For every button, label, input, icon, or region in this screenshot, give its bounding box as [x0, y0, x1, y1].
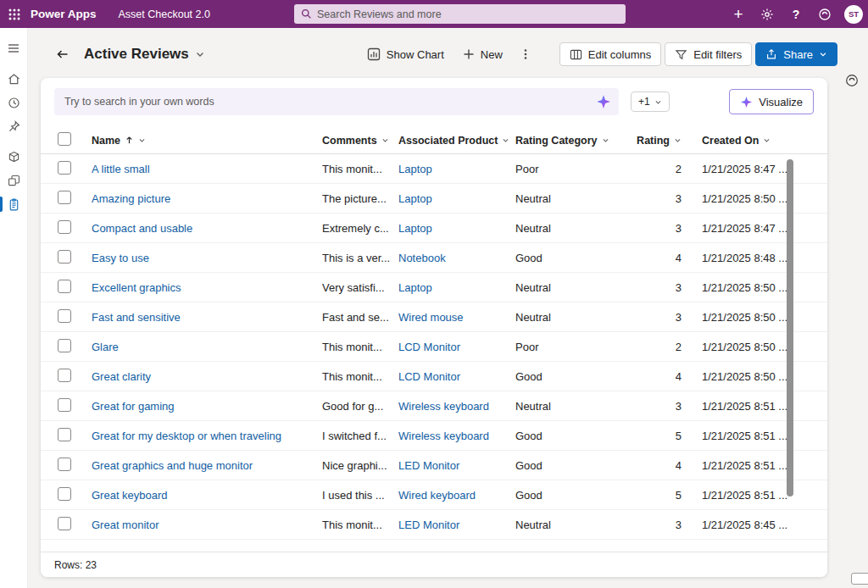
row-checkbox[interactable] — [58, 517, 71, 530]
nav-products-icon[interactable] — [0, 169, 28, 192]
row-checkbox[interactable] — [58, 487, 71, 501]
smart-search[interactable] — [54, 88, 619, 115]
product-link[interactable]: Laptop — [398, 163, 432, 175]
nav-hamburger-icon[interactable] — [0, 36, 28, 60]
view-card: +1 Visualize Name — [41, 78, 827, 577]
record-name-link[interactable]: Great monitor — [92, 519, 159, 531]
product-link[interactable]: Wireless keyboard — [398, 430, 489, 442]
smart-search-input[interactable] — [64, 96, 588, 108]
product-link[interactable]: Laptop — [398, 281, 432, 294]
brand-title[interactable]: Power Apps — [31, 8, 97, 20]
table-row[interactable]: Amazing picture The picture... Laptop Ne… — [41, 184, 827, 214]
table-row[interactable]: Great clarity This monit... LCD Monitor … — [41, 362, 827, 391]
row-checkbox[interactable] — [58, 191, 71, 204]
table-row[interactable]: Fast and sensitive Fast and se... Wired … — [41, 302, 827, 332]
share-icon — [765, 48, 777, 60]
quick-create-icon[interactable]: + — [726, 0, 751, 28]
product-link[interactable]: LED Monitor — [398, 459, 459, 472]
row-checkbox[interactable] — [58, 309, 71, 323]
copilot-pane-toggle-icon[interactable] — [842, 70, 862, 91]
row-checkbox[interactable] — [58, 369, 71, 382]
product-link[interactable]: Wired keyboard — [398, 489, 476, 502]
row-checkbox[interactable] — [58, 280, 71, 293]
back-button[interactable] — [50, 42, 75, 67]
column-header-name[interactable]: Name — [92, 135, 322, 147]
share-button[interactable]: Share — [755, 42, 837, 66]
applied-filters-chip[interactable]: +1 — [631, 92, 670, 112]
product-link[interactable]: LCD Monitor — [398, 341, 460, 353]
table-row[interactable]: Easy to use This is a ver... Notebook Go… — [41, 243, 827, 273]
table-row[interactable]: Great for my desktop or when traveling I… — [41, 421, 827, 451]
column-header-category[interactable]: Rating Category — [515, 135, 634, 147]
global-search[interactable] — [294, 4, 626, 24]
column-header-comments[interactable]: Comments — [322, 135, 398, 147]
bottom-right-widget[interactable] — [851, 573, 868, 585]
row-checkbox[interactable] — [58, 161, 71, 175]
show-chart-button[interactable]: Show Chart — [359, 42, 452, 67]
row-checkbox[interactable] — [58, 398, 71, 412]
select-all-checkbox[interactable] — [58, 132, 71, 146]
nav-reviews-icon[interactable] — [0, 192, 28, 216]
copilot-icon[interactable] — [812, 0, 837, 28]
product-link[interactable]: Wired mouse — [398, 311, 464, 324]
category-cell: Neutral — [515, 281, 634, 294]
row-checkbox[interactable] — [58, 339, 71, 352]
product-link[interactable]: LED Monitor — [398, 519, 459, 531]
visualize-button[interactable]: Visualize — [729, 89, 814, 114]
nav-recent-icon[interactable] — [0, 91, 28, 114]
record-name-link[interactable]: Compact and usable — [92, 222, 192, 235]
record-name-link[interactable]: Great for gaming — [92, 400, 175, 413]
edit-filters-button[interactable]: Edit filters — [665, 42, 752, 66]
table-row[interactable]: Great for gaming Good for g... Wireless … — [41, 391, 827, 421]
copilot-sparkle-icon[interactable] — [596, 94, 611, 113]
record-name-link[interactable]: A little small — [92, 163, 150, 175]
product-link[interactable]: LCD Monitor — [398, 370, 460, 383]
nav-assets-icon[interactable] — [0, 145, 28, 169]
comments-cell: This monit... — [322, 163, 398, 175]
record-name-link[interactable]: Great clarity — [92, 370, 151, 383]
table-row[interactable]: Excellent graphics Very satisfi... Lapto… — [41, 273, 827, 302]
avatar[interactable]: ST — [844, 5, 863, 24]
row-checkbox[interactable] — [58, 428, 71, 441]
table-row[interactable]: Great keyboard I used this ... Wired key… — [41, 480, 827, 510]
table-row[interactable]: A little small This monit... Laptop Poor… — [41, 154, 827, 184]
filter-badge-label: +1 — [638, 96, 650, 108]
more-commands-button[interactable] — [514, 42, 537, 67]
row-checkbox[interactable] — [58, 220, 71, 234]
record-name-link[interactable]: Easy to use — [92, 252, 149, 264]
record-name-link[interactable]: Fast and sensitive — [92, 311, 181, 324]
table-row[interactable]: Great graphics and huge monitor Nice gra… — [41, 451, 827, 480]
global-search-input[interactable] — [317, 8, 619, 20]
nav-home-icon[interactable] — [0, 67, 28, 91]
scrollbar-thumb[interactable] — [787, 159, 793, 496]
plus-icon — [463, 48, 475, 60]
record-name-link[interactable]: Great for my desktop or when traveling — [92, 430, 281, 442]
product-link[interactable]: Laptop — [398, 192, 432, 205]
record-name-link[interactable]: Glare — [92, 341, 119, 353]
view-title[interactable]: Active Reviews — [84, 46, 189, 63]
table-row[interactable]: Compact and usable Extremely c... Laptop… — [41, 214, 827, 243]
table-row[interactable]: Great monitor This monit... LED Monitor … — [41, 510, 827, 540]
column-header-rating[interactable]: Rating — [634, 135, 682, 147]
app-name[interactable]: Asset Checkout 2.0 — [119, 8, 210, 20]
product-link[interactable]: Wireless keyboard — [398, 400, 489, 413]
record-name-link[interactable]: Great graphics and huge monitor — [92, 459, 253, 472]
app-launcher-waffle-icon[interactable] — [0, 0, 29, 28]
record-name-link[interactable]: Amazing picture — [92, 192, 170, 205]
record-name-link[interactable]: Excellent graphics — [92, 281, 181, 294]
row-checkbox[interactable] — [58, 250, 71, 263]
view-selector-chevron-icon[interactable] — [195, 49, 205, 59]
help-icon[interactable]: ? — [783, 0, 809, 28]
product-link[interactable]: Laptop — [398, 222, 432, 235]
column-header-product[interactable]: Associated Product — [398, 135, 515, 147]
row-checkbox[interactable] — [58, 458, 71, 471]
new-button[interactable]: New — [455, 42, 510, 67]
nav-rail — [0, 28, 28, 588]
record-name-link[interactable]: Great keyboard — [92, 489, 168, 502]
nav-pinned-icon[interactable] — [0, 114, 28, 138]
edit-columns-button[interactable]: Edit columns — [559, 42, 661, 66]
column-header-created[interactable]: Created On — [682, 135, 795, 147]
product-link[interactable]: Notebook — [398, 252, 446, 264]
settings-gear-icon[interactable] — [754, 0, 780, 28]
table-row[interactable]: Glare This monit... LCD Monitor Poor 2 1… — [41, 332, 827, 362]
